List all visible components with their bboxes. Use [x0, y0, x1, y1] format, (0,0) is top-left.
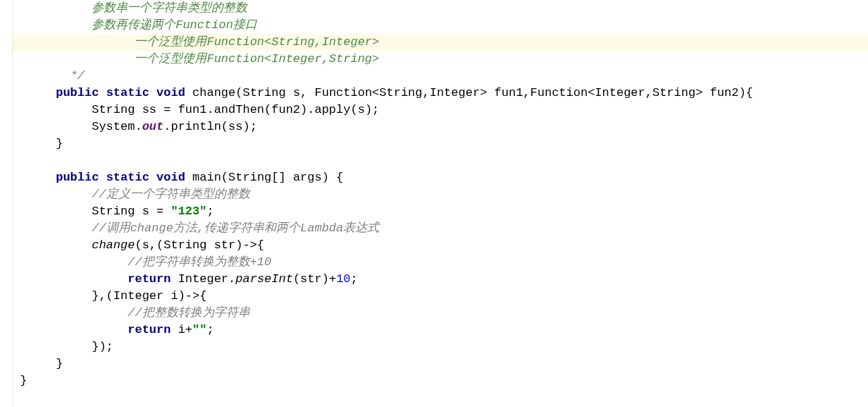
- code-token: Integer.: [178, 272, 236, 286]
- code-token: change: [92, 238, 135, 252]
- code-area[interactable]: 参数串一个字符串类型的整数 参数再传递两个Function接口 一个泛型使用Fu…: [13, 0, 868, 407]
- code-token: Function<Integer,String>: [206, 52, 379, 66]
- code-token: change(String s, Function<String,Integer…: [192, 86, 753, 99]
- code-token: String s =: [92, 205, 170, 218]
- code-line[interactable]: change(s,(String str)->{: [13, 237, 868, 254]
- code-token: 参数再传递两个: [92, 18, 175, 32]
- code-token: main(String[] args) {: [192, 171, 343, 184]
- code-token: return: [128, 323, 178, 336]
- code-token: return: [128, 272, 178, 286]
- code-token: 方法,传递字符串和两个: [173, 221, 300, 235]
- code-token: 参数串一个字符串类型的整数: [92, 1, 247, 15]
- code-token: });: [92, 340, 113, 353]
- code-line[interactable]: return i+"";: [13, 322, 868, 339]
- code-token: public static void: [56, 171, 192, 184]
- code-line[interactable]: },(Integer i)->{: [13, 288, 868, 305]
- code-line[interactable]: public static void main(String[] args) {: [13, 169, 868, 186]
- code-line[interactable]: String s = "123";: [13, 203, 868, 220]
- code-line[interactable]: String ss = fun1.andThen(fun2).apply(s);: [13, 102, 868, 119]
- code-line[interactable]: }: [13, 356, 868, 372]
- code-token: 表达式: [343, 221, 379, 235]
- code-line[interactable]: //把字符串转换为整数+10: [13, 254, 868, 271]
- code-token: }: [56, 137, 63, 150]
- code-token: Function<String,Integer>: [206, 35, 379, 49]
- code-token: //定义一个字符串类型的整数: [92, 188, 249, 201]
- code-token: out: [142, 120, 164, 133]
- code-token: 一个泛型使用: [135, 35, 206, 49]
- code-line[interactable]: [13, 152, 868, 169]
- code-line[interactable]: //把整数转换为字符串: [13, 305, 868, 322]
- code-token: String ss = fun1.andThen(fun2).apply(s);: [92, 103, 379, 116]
- code-token: Lambda: [300, 221, 343, 235]
- code-line[interactable]: }: [13, 135, 868, 152]
- code-token: },(Integer i)->{: [92, 289, 206, 303]
- code-token: ;: [351, 272, 358, 286]
- code-token: parseInt: [235, 272, 293, 286]
- code-line[interactable]: public static void change(String s, Func…: [13, 85, 868, 102]
- code-token: //把整数转换为字符串: [128, 306, 249, 320]
- code-token: 接口: [233, 18, 257, 32]
- code-line[interactable]: 一个泛型使用Function<Integer,String>: [13, 51, 868, 68]
- code-line[interactable]: return Integer.parseInt(str)+10;: [13, 271, 868, 288]
- code-line[interactable]: 参数串一个字符串类型的整数: [13, 0, 868, 17]
- code-line[interactable]: });: [13, 339, 868, 356]
- code-line[interactable]: //定义一个字符串类型的整数: [13, 186, 868, 203]
- gutter: [0, 0, 13, 407]
- code-token: System.: [92, 120, 142, 133]
- code-token: }: [56, 357, 63, 370]
- code-line[interactable]: 一个泛型使用Function<String,Integer>: [13, 34, 868, 51]
- code-token: change: [130, 221, 173, 235]
- code-token: .println(ss);: [163, 120, 257, 133]
- code-token: (str)+: [293, 272, 336, 286]
- code-line[interactable]: }: [13, 372, 868, 389]
- code-line[interactable]: 参数再传递两个Function接口: [13, 17, 868, 34]
- code-token: "": [192, 323, 206, 336]
- code-token: 10: [336, 272, 350, 286]
- code-token: }: [20, 374, 27, 387]
- code-token: */: [70, 69, 85, 83]
- code-token: 一个泛型使用: [135, 52, 206, 66]
- code-token: (s,(String str)->{: [135, 238, 264, 252]
- code-line[interactable]: */: [13, 68, 868, 85]
- code-token: Function: [175, 18, 233, 32]
- code-token: //调用: [92, 221, 130, 235]
- code-token: public static void: [56, 86, 192, 99]
- code-token: i+: [178, 323, 192, 336]
- code-line[interactable]: System.out.println(ss);: [13, 119, 868, 135]
- code-token: "123": [170, 205, 206, 218]
- code-line[interactable]: //调用change方法,传递字符串和两个Lambda表达式: [13, 220, 868, 237]
- code-token: //把字符串转换为整数+10: [128, 255, 271, 269]
- code-token: ;: [206, 205, 213, 218]
- code-token: ;: [206, 323, 213, 336]
- code-editor[interactable]: 参数串一个字符串类型的整数 参数再传递两个Function接口 一个泛型使用Fu…: [0, 0, 868, 407]
